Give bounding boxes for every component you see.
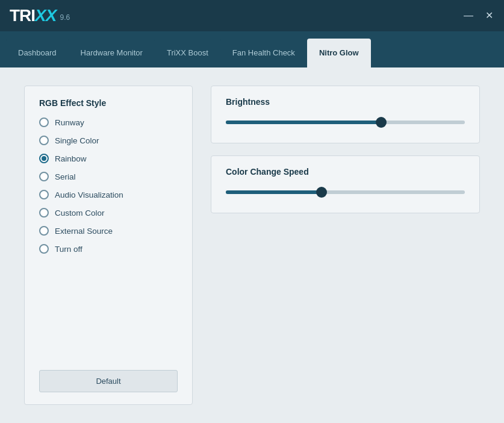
minimize-button[interactable]: — [460,10,477,22]
right-panel: Brightness Color Change Speed [211,86,480,405]
label-turn-off: Turn off [55,245,82,254]
option-serial[interactable]: Serial [39,172,178,181]
radio-rainbow[interactable] [39,154,49,163]
brightness-title: Brightness [226,97,465,107]
option-runway[interactable]: Runway [39,118,178,127]
radio-audio-visualization[interactable] [39,190,49,199]
tab-nitro-glow[interactable]: Nitro Glow [307,39,371,67]
label-runway: Runway [55,118,84,127]
option-custom-color[interactable]: Custom Color [39,208,178,218]
color-change-speed-title: Color Change Speed [226,167,465,177]
tab-dashboard[interactable]: Dashboard [6,39,69,67]
logo-xx: XX [35,6,56,25]
tab-trixx-boost[interactable]: TriXX Boost [155,39,220,67]
tab-fan-health-check[interactable]: Fan Health Check [220,39,307,67]
tab-hardware-monitor[interactable]: Hardware Monitor [69,39,155,67]
rgb-effect-panel: RGB Effect Style Runway Single Color Rai… [24,86,193,405]
rgb-effect-title: RGB Effect Style [39,98,178,108]
label-serial: Serial [55,172,76,181]
option-rainbow[interactable]: Rainbow [39,154,178,163]
radio-custom-color[interactable] [39,208,49,218]
radio-turn-off[interactable] [39,244,49,254]
close-button[interactable]: ✕ [482,10,497,22]
radio-runway[interactable] [39,118,49,127]
window-controls: — ✕ [460,10,497,22]
app-version: 9.6 [60,13,70,22]
app-logo: TRIXX [10,7,56,24]
label-single-color: Single Color [55,136,99,145]
brightness-card: Brightness [211,86,480,143]
label-audio-visualization: Audio Visualization [55,190,123,199]
option-single-color[interactable]: Single Color [39,136,178,145]
option-external-source[interactable]: External Source [39,226,178,236]
default-button[interactable]: Default [39,370,178,392]
label-rainbow: Rainbow [55,154,87,163]
logo-area: TRIXX 9.6 [10,7,70,24]
radio-single-color[interactable] [39,136,49,145]
title-bar: TRIXX 9.6 — ✕ [0,0,504,31]
color-change-speed-card: Color Change Speed [211,155,480,213]
tab-bar: Dashboard Hardware Monitor TriXX Boost F… [0,31,504,67]
label-external-source: External Source [55,227,113,236]
main-content: RGB Effect Style Runway Single Color Rai… [0,67,504,423]
color-change-speed-slider-container [226,185,465,199]
radio-serial[interactable] [39,172,49,181]
label-custom-color: Custom Color [55,208,105,218]
option-audio-visualization[interactable]: Audio Visualization [39,190,178,199]
radio-external-source[interactable] [39,226,49,236]
brightness-slider-container [226,115,465,130]
option-turn-off[interactable]: Turn off [39,244,178,254]
logo-tri: TRI [10,6,35,25]
